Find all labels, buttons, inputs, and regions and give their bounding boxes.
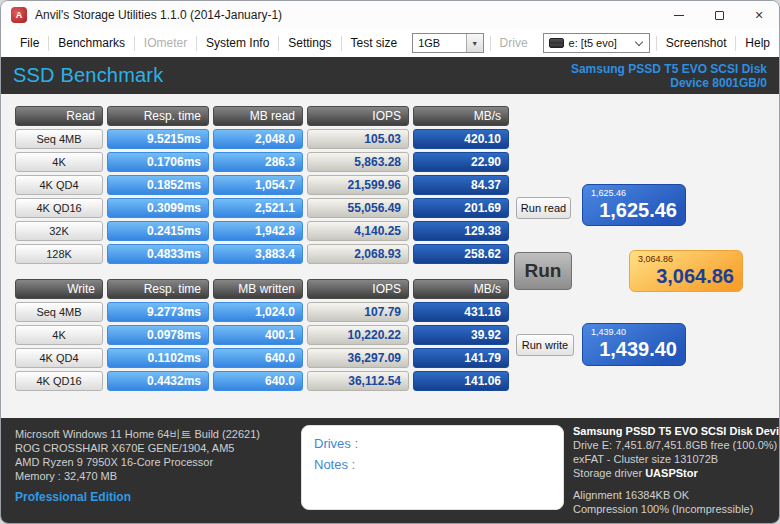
write-table: Write Resp. time MB written IOPS MB/s Se… [15,279,509,394]
iops-cell: 2,068.93 [307,244,409,264]
row-label: 128K [15,244,103,264]
test-size-select[interactable]: 1GB ▼ [412,33,484,53]
drives-label: Drives : [314,433,551,454]
iops-cell: 21,599.96 [307,175,409,195]
mb-read-cell: 2,521.1 [213,198,303,218]
resp-time-cell: 0.4432ms [107,371,209,391]
total-score-box: 3,064.86 3,064.86 [629,250,743,292]
mb-read-cell: 2,048.0 [213,129,303,149]
row-label: 4K QD16 [15,371,103,391]
close-button[interactable]: × [739,1,779,29]
run-read-button[interactable]: Run read [516,197,571,219]
page-title: SSD Benchmark [13,64,163,87]
window-title: Anvil's Storage Utilities 1.1.0 (2014-Ja… [35,8,282,22]
menu-system-info[interactable]: System Info [197,36,278,50]
menu-settings[interactable]: Settings [279,36,340,50]
table-row: 128K 0.4833ms 3,883.4 2,068.93 258.62 [15,244,509,264]
spacer [573,480,780,488]
column-header: MB/s [413,279,509,299]
mb-read-cell: 3,883.4 [213,244,303,264]
drive-icon [549,38,564,48]
alignment-info: Alignment 16384KB OK [573,488,780,502]
mb-written-cell: 640.0 [213,371,303,391]
write-header-row: Write Resp. time MB written IOPS MB/s [15,279,509,299]
system-info-block: Microsoft Windows 11 Home 64비트 Build (22… [15,427,260,504]
table-row: 4K QD16 0.4432ms 640.0 36,112.54 141.06 [15,371,509,391]
mbs-cell: 420.10 [413,129,509,149]
mbs-cell: 129.38 [413,221,509,241]
write-score-large: 1,439.40 [591,337,677,361]
minimize-icon [674,15,684,16]
table-row: 4K 0.0978ms 400.1 10,220.22 39.92 [15,325,509,345]
resp-time-cell: 0.4833ms [107,244,209,264]
total-score-small: 3,064.86 [638,254,734,264]
drive-free-space: Drive E: 7,451.8/7,451.8GB free (100.0%) [573,438,780,452]
resp-time-cell: 0.1102ms [107,348,209,368]
storage-driver-line: Storage driver UASPStor [573,466,780,480]
mb-written-cell: 1,024.0 [213,302,303,322]
table-row: 32K 0.2415ms 1,942.8 4,140.25 129.38 [15,221,509,241]
menu-screenshot[interactable]: Screenshot [657,36,736,50]
iops-cell: 107.79 [307,302,409,322]
write-score-box: 1,439.40 1,439.40 [582,323,686,366]
table-row: 4K QD4 0.1102ms 640.0 36,297.09 141.79 [15,348,509,368]
mbs-cell: 84.37 [413,175,509,195]
mbs-cell: 141.79 [413,348,509,368]
chevron-down-icon [635,37,643,45]
read-score-large: 1,625.46 [591,198,677,222]
row-label: 4K QD16 [15,198,103,218]
cpu-info: AMD Ryzen 9 7950X 16-Core Processor [15,455,260,469]
menu-benchmarks[interactable]: Benchmarks [49,36,134,50]
read-score-box: 1,625.46 1,625.46 [582,184,686,226]
storage-driver-value: UASPStor [645,467,698,479]
column-header: IOPS [307,279,409,299]
os-info: Microsoft Windows 11 Home 64비트 Build (22… [15,427,260,441]
table-row: Seq 4MB 9.5215ms 2,048.0 105.03 420.10 [15,129,509,149]
mbs-cell: 141.06 [413,371,509,391]
device-name: Samsung PSSD T5 EVO SCSI Disk [571,62,767,76]
menu-help[interactable]: Help [736,36,779,50]
minimize-button[interactable] [659,1,699,29]
iops-cell: 105.03 [307,129,409,149]
table-row: 4K QD16 0.3099ms 2,521.1 55,056.49 201.6… [15,198,509,218]
app-icon: A [11,7,27,23]
motherboard-info: ROG CROSSHAIR X670E GENE/1904, AM5 [15,441,260,455]
iops-cell: 4,140.25 [307,221,409,241]
mbs-cell: 39.92 [413,325,509,345]
app-window: A Anvil's Storage Utilities 1.1.0 (2014-… [0,0,780,524]
read-table: Read Resp. time MB read IOPS MB/s Seq 4M… [15,106,509,267]
chevron-down-icon[interactable]: ▼ [466,34,483,52]
row-label: 4K [15,325,103,345]
column-header: Read [15,106,103,126]
iops-cell: 36,112.54 [307,371,409,391]
mb-read-cell: 1,942.8 [213,221,303,241]
row-label: 4K [15,152,103,172]
maximize-button[interactable] [699,1,739,29]
read-header-row: Read Resp. time MB read IOPS MB/s [15,106,509,126]
menu-iometer: IOmeter [135,36,196,50]
total-score-large: 3,064.86 [638,264,734,288]
resp-time-cell: 0.2415ms [107,221,209,241]
titlebar: A Anvil's Storage Utilities 1.1.0 (2014-… [1,1,779,29]
drive-select[interactable]: e: [t5 evo] [543,33,650,53]
window-controls: × [659,1,779,29]
resp-time-cell: 0.1706ms [107,152,209,172]
run-button[interactable]: Run [514,252,572,290]
mbs-cell: 22.90 [413,152,509,172]
notes-box[interactable]: Drives : Notes : [301,425,564,510]
device-info: Samsung PSSD T5 EVO SCSI Disk Device 800… [571,62,767,90]
row-label: 4K QD4 [15,348,103,368]
drive-filesystem: exFAT - Cluster size 131072B [573,452,780,466]
footer: Microsoft Windows 11 Home 64비트 Build (22… [1,418,779,523]
test-size-label: Test size [341,36,406,50]
row-label: Seq 4MB [15,129,103,149]
read-score-small: 1,625.46 [591,188,677,198]
column-header: MB/s [413,106,509,126]
notes-label: Notes : [314,454,551,475]
run-write-button[interactable]: Run write [516,334,574,356]
table-row: Seq 4MB 9.2773ms 1,024.0 107.79 431.16 [15,302,509,322]
edition-label: Professional Edition [15,490,260,504]
menu-file[interactable]: File [11,36,48,50]
benchmark-header-band: SSD Benchmark Samsung PSSD T5 EVO SCSI D… [1,57,779,94]
mb-read-cell: 1,054.7 [213,175,303,195]
